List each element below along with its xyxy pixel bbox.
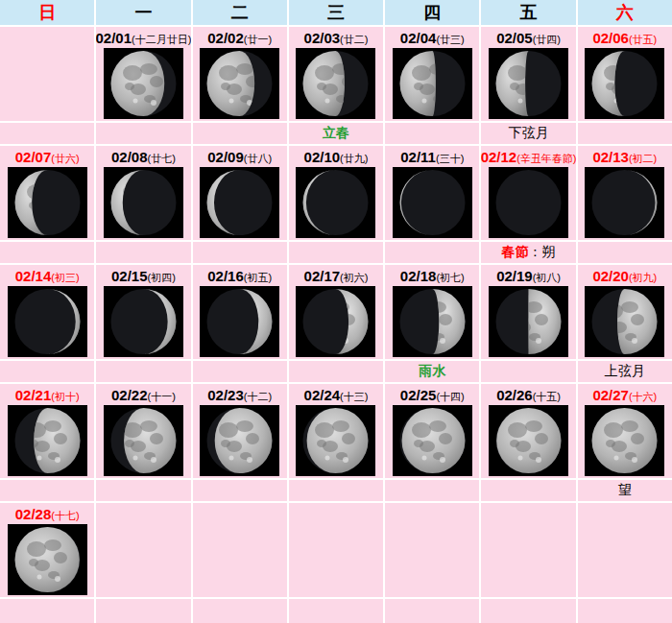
day-cell-02-12[interactable]: 02/12(辛丑年春節)	[481, 146, 575, 240]
empty-annotation-cell	[193, 480, 287, 501]
day-cell-02-02[interactable]: 02/02(廿一)	[193, 27, 287, 121]
moon-phase-image[interactable]	[200, 167, 279, 238]
moon-02-19[interactable]	[489, 286, 568, 357]
moon-02-01[interactable]	[104, 48, 183, 119]
day-cell-02-20[interactable]: 02/20(初九)	[578, 265, 672, 359]
moon-phase-image[interactable]	[296, 405, 375, 476]
day-cell-02-11[interactable]: 02/11(三十)	[385, 146, 479, 240]
empty-annotation-cell	[193, 361, 287, 382]
day-cell-02-18[interactable]: 02/18(初七)	[385, 265, 479, 359]
lunar-date-label: (十二月廿日)	[132, 34, 191, 45]
day-cell-02-17[interactable]: 02/17(初六)	[289, 265, 383, 359]
moon-phase-image[interactable]	[585, 286, 664, 357]
date-label: 02/02	[207, 30, 244, 46]
day-cell-02-04[interactable]: 02/04(廿三)	[385, 27, 479, 121]
moon-02-13[interactable]	[585, 167, 664, 238]
day-cell-02-21[interactable]: 02/21(初十)	[0, 384, 94, 478]
moon-phase-image[interactable]	[393, 286, 472, 357]
moon-02-08[interactable]	[104, 167, 183, 238]
day-cell-02-24[interactable]: 02/24(十三)	[289, 384, 383, 478]
day-cell-02-08[interactable]: 02/08(廿七)	[96, 146, 190, 240]
moon-phase-image[interactable]	[393, 405, 472, 476]
moon-phase-image[interactable]	[200, 286, 279, 357]
moon-02-11[interactable]	[393, 167, 472, 238]
moon-phase-image[interactable]	[104, 405, 183, 476]
day-cell-02-15[interactable]: 02/15(初四)	[96, 265, 190, 359]
moon-02-05[interactable]	[489, 48, 568, 119]
moon-02-26[interactable]	[489, 405, 568, 476]
day-cell-02-27[interactable]: 02/27(十六)	[578, 384, 672, 478]
date-label: 02/09	[207, 149, 244, 165]
moon-phase-image[interactable]	[585, 48, 664, 119]
moon-02-04[interactable]	[393, 48, 472, 119]
moon-phase-image[interactable]	[8, 524, 87, 595]
moon-phase-image[interactable]	[489, 405, 568, 476]
day-cell-02-23[interactable]: 02/23(十二)	[193, 384, 287, 478]
moon-02-22[interactable]	[104, 405, 183, 476]
moon-02-21[interactable]	[8, 405, 87, 476]
day-cell-02-26[interactable]: 02/26(十五)	[481, 384, 575, 478]
day-cell-02-01[interactable]: 02/01(十二月廿日)	[96, 27, 190, 121]
moon-phase-image[interactable]	[296, 48, 375, 119]
moon-phase-image[interactable]	[296, 167, 375, 238]
moon-phase-image[interactable]	[8, 167, 87, 238]
date-line: 02/28(十七)	[15, 503, 80, 524]
day-cell-02-06[interactable]: 02/06(廿五)	[578, 27, 672, 121]
moon-phase-image[interactable]	[489, 167, 568, 238]
day-cell-02-14[interactable]: 02/14(初三)	[0, 265, 94, 359]
day-cell-02-25[interactable]: 02/25(十四)	[385, 384, 479, 478]
moon-phase-image[interactable]	[8, 286, 87, 357]
day-cell-02-13[interactable]: 02/13(初二)	[578, 146, 672, 240]
day-cell-02-05[interactable]: 02/05(廿四)	[481, 27, 575, 121]
lunar-date-label: (初四)	[148, 272, 176, 283]
moon-phase-image[interactable]	[393, 167, 472, 238]
day-cell-02-09[interactable]: 02/09(廿八)	[193, 146, 287, 240]
moon-phase-image[interactable]	[393, 48, 472, 119]
moon-02-25[interactable]	[393, 405, 472, 476]
day-cell-02-28[interactable]: 02/28(十七)	[0, 503, 94, 597]
moon-phase-image[interactable]	[489, 286, 568, 357]
moon-02-10[interactable]	[296, 167, 375, 238]
moon-phase-image[interactable]	[104, 167, 183, 238]
moon-phase-image[interactable]	[200, 405, 279, 476]
moon-02-27[interactable]	[585, 405, 664, 476]
moon-phase-image[interactable]	[489, 48, 568, 119]
moon-02-03[interactable]	[296, 48, 375, 119]
moon-phase-image[interactable]	[104, 286, 183, 357]
moon-02-24[interactable]	[296, 405, 375, 476]
annotation-text: ：朔	[529, 244, 556, 261]
day-cell-02-16[interactable]: 02/16(初五)	[193, 265, 287, 359]
moon-02-28[interactable]	[8, 524, 87, 595]
moon-02-16[interactable]	[200, 286, 279, 357]
annotation-02-05: 下弦月	[481, 123, 575, 144]
day-cell-02-10[interactable]: 02/10(廿九)	[289, 146, 383, 240]
moon-02-23[interactable]	[200, 405, 279, 476]
empty-annotation-cell	[578, 242, 672, 263]
moon-phase-image[interactable]	[585, 405, 664, 476]
day-cell-02-07[interactable]: 02/07(廿六)	[0, 146, 94, 240]
moon-02-02[interactable]	[200, 48, 279, 119]
day-cell-02-19[interactable]: 02/19(初八)	[481, 265, 575, 359]
day-cell-02-22[interactable]: 02/22(十一)	[96, 384, 190, 478]
lunar-date-label: (初六)	[340, 272, 368, 283]
day-cell-02-03[interactable]: 02/03(廿二)	[289, 27, 383, 121]
moon-phase-image[interactable]	[8, 405, 87, 476]
moon-phase-image[interactable]	[296, 286, 375, 357]
moon-phase-image[interactable]	[585, 167, 664, 238]
annotation-text: 春節	[502, 244, 529, 261]
moon-phase-image[interactable]	[104, 48, 183, 119]
date-label: 02/01	[96, 30, 132, 46]
moon-02-15[interactable]	[104, 286, 183, 357]
moon-02-09[interactable]	[200, 167, 279, 238]
moon-02-06[interactable]	[585, 48, 664, 119]
moon-02-12[interactable]	[489, 167, 568, 238]
moon-02-18[interactable]	[393, 286, 472, 357]
moon-02-17[interactable]	[296, 286, 375, 357]
moon-02-20[interactable]	[585, 286, 664, 357]
date-line: 02/14(初三)	[15, 265, 80, 286]
weekday-friday: 五	[481, 0, 575, 25]
moon-phase-image[interactable]	[200, 48, 279, 119]
moon-02-07[interactable]	[8, 167, 87, 238]
date-label: 02/10	[304, 149, 341, 165]
moon-02-14[interactable]	[8, 286, 87, 357]
